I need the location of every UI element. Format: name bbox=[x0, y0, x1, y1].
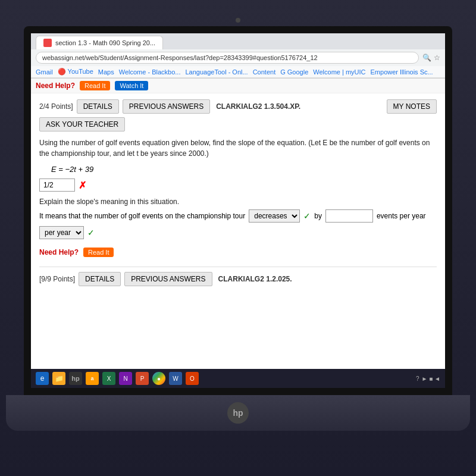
address-bar[interactable]: webassign.net/web/Student/Assignment-Res… bbox=[36, 52, 419, 64]
hp-logo: hp bbox=[227, 402, 249, 424]
bookmark-language[interactable]: LanguageTool - Onl... bbox=[185, 68, 248, 76]
active-tab[interactable]: section 1.3 - Math 090 Spring 20... bbox=[36, 36, 163, 49]
star-icon: ☆ bbox=[434, 54, 440, 62]
screen-bezel: section 1.3 - Math 090 Spring 20... weba… bbox=[24, 26, 452, 395]
question1-main-text: Using the number of golf events equation… bbox=[39, 139, 430, 158]
taskbar-ie-icon[interactable]: e bbox=[36, 372, 49, 385]
assignment-code-2: CLARKIALG2 1.2.025. bbox=[218, 275, 292, 283]
question2-header: [9/9 Points] DETAILS PREVIOUS ANSWERS CL… bbox=[39, 267, 437, 286]
bookmark-empower[interactable]: Empower Illinois Sc... bbox=[371, 68, 433, 76]
bookmark-content[interactable]: Content bbox=[253, 68, 276, 76]
assignment-code-1: CLARKIALG2 1.3.504.XP. bbox=[216, 102, 300, 111]
bookmark-blackboard[interactable]: Welcome - Blackbo... bbox=[119, 68, 181, 76]
tab-favicon bbox=[43, 39, 52, 47]
my-notes-button[interactable]: MY NOTES bbox=[387, 99, 437, 114]
ask-teacher-button[interactable]: ASK YOUR TEACHER bbox=[39, 117, 125, 131]
bookmarks-bar: Gmail 🔴 YouTube Maps Welcome - Blackbo..… bbox=[31, 66, 445, 78]
bookmark-maps[interactable]: Maps bbox=[98, 68, 114, 76]
wrong-icon: ✗ bbox=[79, 180, 86, 191]
laptop-base: hp bbox=[6, 395, 470, 431]
answer-row: ✗ bbox=[39, 178, 437, 192]
explain-sentence: It means that the number of golf events … bbox=[39, 212, 245, 220]
decreases-dropdown[interactable]: decreases increases bbox=[249, 209, 300, 223]
taskbar-chrome-icon[interactable]: ● bbox=[152, 372, 165, 385]
browser-chrome: section 1.3 - Math 090 Spring 20... weba… bbox=[31, 33, 445, 79]
bookmark-youtube[interactable]: 🔴 YouTube bbox=[58, 68, 93, 76]
prev-answers-button-1[interactable]: PREVIOUS ANSWERS bbox=[123, 99, 210, 114]
main-content: 2/4 Points] DETAILS PREVIOUS ANSWERS CLA… bbox=[31, 93, 445, 369]
equation-block: E = −2t + 39 bbox=[51, 165, 437, 174]
need-help-top-bar: Need Help? Read It Watch It bbox=[31, 79, 445, 93]
bookmark-google[interactable]: G Google bbox=[280, 68, 308, 76]
per-year-label: events per year bbox=[377, 212, 426, 220]
details-button-1[interactable]: DETAILS bbox=[77, 99, 119, 114]
question-mark: ? bbox=[416, 375, 419, 382]
camera-dot bbox=[236, 18, 240, 23]
tab-title: section 1.3 - Math 090 Spring 20... bbox=[55, 39, 155, 46]
explain-text: Explain the slope's meaning in this situ… bbox=[39, 198, 437, 206]
per-year-dropdown[interactable]: per year bbox=[39, 226, 84, 239]
taskbar-amazon-icon[interactable]: a bbox=[86, 372, 99, 385]
tab-bar: section 1.3 - Math 090 Spring 20... bbox=[31, 33, 445, 49]
read-it-button-bottom[interactable]: Read It bbox=[83, 248, 114, 257]
need-help-label-bottom: Need Help? bbox=[39, 248, 79, 256]
taskbar-folder-icon[interactable]: 📁 bbox=[52, 372, 65, 385]
events-input[interactable] bbox=[325, 209, 373, 223]
taskbar-office-icon[interactable]: O bbox=[186, 372, 199, 385]
search-icon: 🔍 bbox=[422, 54, 431, 62]
taskbar-excel-icon[interactable]: X bbox=[102, 372, 115, 385]
check-icon-2: ✓ bbox=[87, 228, 95, 237]
question1-header: 2/4 Points] DETAILS PREVIOUS ANSWERS CLA… bbox=[39, 99, 437, 131]
laptop-outer: section 1.3 - Math 090 Spring 20... weba… bbox=[0, 0, 476, 476]
prev-answers-button-2[interactable]: PREVIOUS ANSWERS bbox=[124, 272, 212, 286]
screen: section 1.3 - Math 090 Spring 20... weba… bbox=[31, 33, 445, 388]
taskbar-controls: ► ■ ◄ bbox=[422, 375, 440, 382]
by-label: by bbox=[314, 212, 322, 220]
taskbar-right: ? ► ■ ◄ bbox=[416, 375, 440, 382]
details-button-2[interactable]: DETAILS bbox=[79, 272, 121, 286]
question1-text: Using the number of golf events equation… bbox=[39, 137, 437, 159]
bookmark-gmail[interactable]: Gmail bbox=[36, 68, 53, 76]
address-bar-row: webassign.net/web/Student/Assignment-Res… bbox=[31, 49, 445, 66]
need-help-label-top: Need Help? bbox=[36, 82, 75, 90]
check-icon-1: ✓ bbox=[303, 211, 311, 221]
points-label-1: 2/4 Points] bbox=[39, 102, 73, 111]
points-label-2: [9/9 Points] bbox=[39, 275, 75, 283]
equation-text: E = −2t + 39 bbox=[51, 165, 93, 174]
read-it-button-top[interactable]: Read It bbox=[80, 81, 110, 90]
taskbar-word-icon[interactable]: W bbox=[169, 372, 182, 385]
explain-row: It means that the number of golf events … bbox=[39, 209, 437, 239]
bottom-need-help: Need Help? Read It bbox=[39, 248, 437, 257]
watch-it-button-top[interactable]: Watch It bbox=[115, 81, 148, 90]
taskbar-onenote-icon[interactable]: N bbox=[119, 372, 132, 385]
browser-icons: 🔍 ☆ bbox=[422, 54, 440, 62]
taskbar-ppt-icon[interactable]: P bbox=[136, 372, 149, 385]
slope-answer-input[interactable] bbox=[39, 178, 75, 192]
taskbar: e 📁 hp a X N P ● W O ? ► ■ ◄ bbox=[31, 369, 445, 388]
bookmark-myuic[interactable]: Welcome | myUIC bbox=[313, 68, 365, 76]
explain-label: Explain the slope's meaning in this situ… bbox=[39, 198, 179, 206]
taskbar-hp-icon[interactable]: hp bbox=[69, 372, 82, 385]
